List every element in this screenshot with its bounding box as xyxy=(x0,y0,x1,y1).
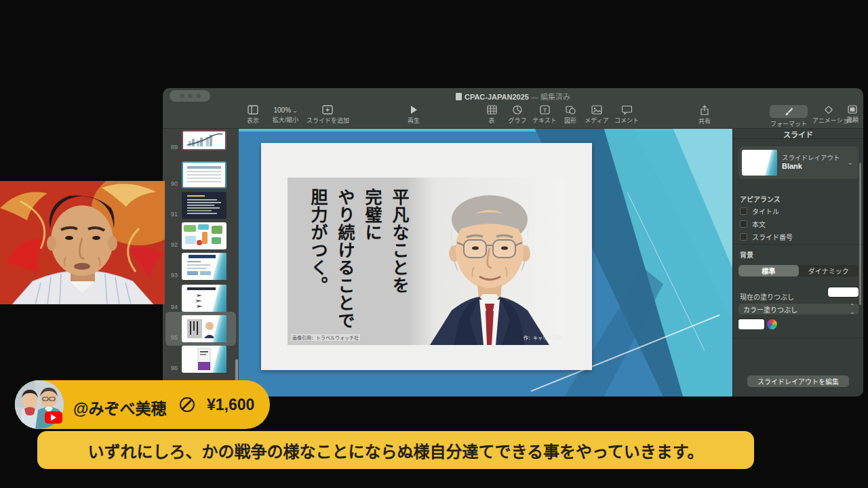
background-section-title: 背景 xyxy=(740,249,753,260)
slide-thumbnail-93[interactable] xyxy=(182,253,226,280)
table-thumb xyxy=(183,163,225,187)
zoom-control[interactable]: 100% ⌄ 拡大/縮小 xyxy=(266,105,305,124)
slide-content-box[interactable]: 平凡なことを 完璧に やり続けることで 胆力がつく。 xyxy=(261,143,592,370)
segment-dynamic[interactable]: ダイナミック xyxy=(799,265,859,277)
presenter-webcam xyxy=(0,181,165,304)
slide-thumbnail-96[interactable] xyxy=(182,346,226,373)
slide-thumbnail-91[interactable] xyxy=(182,192,226,219)
dark-text-thumb xyxy=(182,192,226,219)
slide-canvas[interactable]: 平凡なことを 完璧に やり続けることで 胆力がつく。 xyxy=(239,129,732,396)
checkbox-body[interactable]: 本文 xyxy=(740,219,766,229)
portrait-photo xyxy=(410,178,566,345)
background-mode-segmented: 標準 ダイナミック xyxy=(738,265,859,277)
window-title: CPAC-JAPAN2025 — 編集済み xyxy=(163,91,863,102)
slashed-circle-icon xyxy=(180,397,195,412)
segment-standard[interactable]: 標準 xyxy=(738,265,799,277)
slide-number: 92 xyxy=(164,241,178,248)
slide-number: 93 xyxy=(164,272,178,279)
keynote-window: CPAC-JAPAN2025 — 編集済み 表示 100% ⌄ 拡大/縮小 スラ… xyxy=(163,88,863,396)
slide-number: 90 xyxy=(164,180,178,187)
comment-icon xyxy=(622,105,632,115)
window-title-name: CPAC-JAPAN2025 xyxy=(465,93,529,101)
format-brush-icon xyxy=(785,107,793,116)
text-icon: T xyxy=(540,105,550,115)
text-button[interactable]: T テキスト xyxy=(532,105,557,125)
share-icon xyxy=(700,105,709,115)
tab-format[interactable]: フォーマット xyxy=(768,105,810,128)
play-button[interactable]: 再生 xyxy=(401,105,426,125)
superchat-username: @みぞべ美穂 xyxy=(73,396,166,419)
document-icon xyxy=(456,93,462,100)
zoom-value[interactable]: 100% xyxy=(273,106,291,114)
table-button[interactable]: 表 xyxy=(481,105,502,125)
quote-image[interactable]: 平凡なことを 完璧に やり続けることで 胆力がつく。 xyxy=(288,178,566,345)
current-fill-label: 現在の塗りつぶし xyxy=(740,291,794,302)
appearance-section-title: アピアランス xyxy=(740,194,781,204)
slide-thumbnail-94[interactable] xyxy=(182,285,226,312)
slide-number: 94 xyxy=(164,304,178,310)
theme-wave xyxy=(212,315,226,342)
slide-thumbnail-95-current[interactable] xyxy=(182,315,226,342)
chart-icon xyxy=(513,105,522,115)
share-button[interactable]: 共有 xyxy=(693,105,716,125)
caption-bar: いずれにしろ、かの戦争の様なことにならぬ様自分達てできる事をやっていきます。 xyxy=(37,431,754,469)
checkbox-icon[interactable] xyxy=(740,207,747,215)
shape-button[interactable]: 図形 xyxy=(560,105,580,125)
divider xyxy=(733,338,863,338)
layout-label: スライドレイアウト xyxy=(782,152,840,162)
updown-chevrons-icon: ⌃⌄ xyxy=(850,303,854,315)
edit-slide-layout-button[interactable]: スライドレイアウトを編集 xyxy=(747,375,849,387)
window-title-status: — 編集済み xyxy=(531,93,570,101)
slide-thumbnail-90[interactable] xyxy=(182,161,226,188)
shape-icon xyxy=(566,105,576,115)
divider xyxy=(733,244,863,245)
chart-button[interactable]: グラフ xyxy=(506,105,529,125)
fill-type-dropdown[interactable]: カラー塗りつぶし ⌃⌄ xyxy=(738,304,859,314)
media-icon xyxy=(591,105,602,115)
image-credit-right: 作：キャリア孔明 xyxy=(524,334,561,341)
superchat-amount: ¥1,600 xyxy=(207,396,254,414)
comment-button[interactable]: コメント xyxy=(613,105,640,125)
presenter-video xyxy=(0,181,165,304)
chart-thumb xyxy=(183,131,225,149)
color-wheel-button[interactable] xyxy=(767,319,777,329)
view-button[interactable]: 表示 xyxy=(241,105,264,125)
theme-wave xyxy=(212,253,226,280)
media-button[interactable]: メディア xyxy=(583,105,610,125)
checkbox-icon[interactable] xyxy=(740,233,747,241)
add-slide-button[interactable]: スライドを追加 xyxy=(307,105,349,125)
slide-number: 95 xyxy=(164,334,178,341)
youtube-badge-icon xyxy=(45,411,62,424)
slide-thumbnail-89[interactable] xyxy=(182,130,226,150)
toolbar: 表示 100% ⌄ 拡大/縮小 スライドを追加 再生 表 グラフ T テキスト … xyxy=(163,103,863,129)
color-well[interactable] xyxy=(738,319,764,329)
view-icon xyxy=(248,105,258,115)
layout-thumbnail xyxy=(742,150,777,176)
tab-document[interactable]: 書類 xyxy=(844,105,861,124)
inspector-scrollbar[interactable] xyxy=(859,163,861,305)
slide-layout-selector[interactable]: スライドレイアウト Blank ⌄ xyxy=(738,146,859,179)
table-icon xyxy=(487,105,497,115)
window-titlebar: CPAC-JAPAN2025 — 編集済み xyxy=(163,88,863,103)
slide-number: 96 xyxy=(164,365,178,371)
checkbox-slide-number[interactable]: スライド番号 xyxy=(740,232,793,242)
document-panel-icon xyxy=(848,105,857,114)
image-credit-left: 画像引用：トラベルウォッチ社 xyxy=(291,334,360,341)
quote-vertical-text: 平凡なことを 完璧に やり続けることで 胆力がつく。 xyxy=(302,188,414,339)
chevron-down-icon[interactable]: ⌄ xyxy=(848,159,853,166)
format-inspector: スライド スライドレイアウト Blank ⌄ アピアランス タイトル 本文 スラ… xyxy=(732,129,863,396)
theme-wave xyxy=(765,150,777,176)
current-fill-swatch[interactable] xyxy=(828,287,859,297)
slide-number: 91 xyxy=(164,211,178,218)
theme-wave xyxy=(212,285,226,312)
superchat-banner: @みぞべ美穂 ¥1,600 xyxy=(15,380,270,429)
checkbox-icon[interactable] xyxy=(740,220,747,228)
chevron-down-icon: ⌄ xyxy=(293,108,298,114)
caption-text: いずれにしろ、かの戦争の様なことにならぬ様自分達てできる事をやっていきます。 xyxy=(88,439,704,462)
inspector-panel-title: スライド xyxy=(733,129,863,139)
slide-thumbnail-92[interactable] xyxy=(182,222,226,249)
tab-animate[interactable]: アニメーション xyxy=(812,105,845,125)
svg-text:T: T xyxy=(542,107,547,114)
checkbox-title[interactable]: タイトル xyxy=(740,206,779,216)
layout-value: Blank xyxy=(782,162,802,170)
